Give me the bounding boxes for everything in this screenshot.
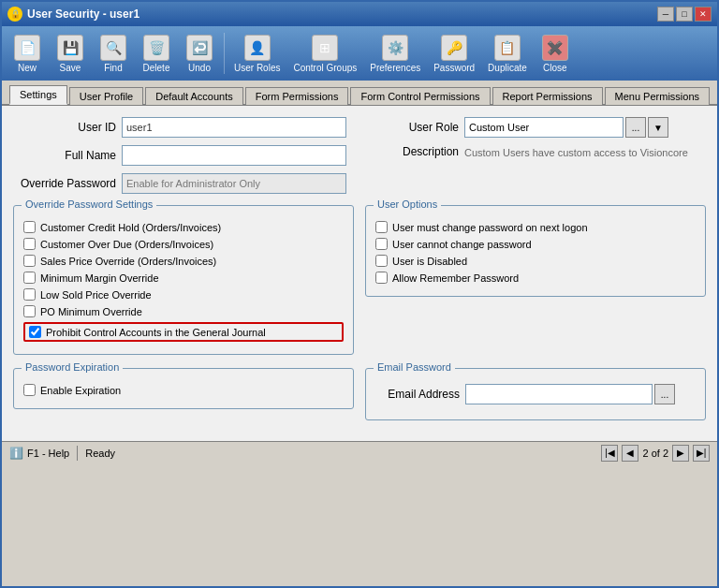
minimize-button[interactable]: ─ bbox=[657, 7, 674, 22]
user-role-row: User Role ... ▼ bbox=[384, 117, 706, 138]
prohibit-control-checkbox[interactable] bbox=[29, 326, 41, 338]
undo-button[interactable]: ↩️ Undo bbox=[179, 32, 220, 76]
min-margin-label: Minimum Margin Override bbox=[40, 272, 159, 284]
user-roles-button[interactable]: 👤 User Roles bbox=[228, 32, 286, 76]
po-minimum-label: PO Minimum Override bbox=[40, 306, 142, 317]
email-address-row: Email Address ... bbox=[375, 384, 696, 404]
user-role-dots-button[interactable]: ... bbox=[625, 117, 646, 138]
control-groups-button[interactable]: ⊞ Control Groups bbox=[287, 32, 362, 76]
checkbox-po-minimum: PO Minimum Override bbox=[23, 305, 344, 317]
user-role-label: User Role bbox=[384, 121, 459, 134]
over-due-label: Customer Over Due (Orders/Invoices) bbox=[40, 239, 213, 250]
user-options-group: User Options User must change password o… bbox=[365, 205, 706, 297]
status-text: Ready bbox=[85, 448, 115, 459]
description-row: Description Custom Users have custom acc… bbox=[384, 145, 706, 158]
checkbox-allow-remember: Allow Remember Password bbox=[375, 272, 696, 284]
find-button[interactable]: 🔍 Find bbox=[93, 32, 134, 76]
enable-expiration-checkbox[interactable] bbox=[23, 384, 36, 396]
help-key-text: F1 - Help bbox=[27, 448, 69, 459]
credit-hold-checkbox[interactable] bbox=[23, 221, 36, 233]
maximize-button[interactable]: □ bbox=[676, 7, 693, 22]
enable-expiration-label: Enable Expiration bbox=[40, 385, 121, 396]
checkbox-change-password: User must change password on next logon bbox=[375, 221, 696, 233]
close-window-button[interactable]: ✕ bbox=[695, 7, 712, 22]
low-sold-label: Low Sold Price Override bbox=[40, 289, 152, 301]
user-id-label: User ID bbox=[13, 121, 116, 134]
checkbox-prohibit-control: Prohibit Control Accounts in the General… bbox=[23, 322, 344, 342]
allow-remember-checkbox[interactable] bbox=[375, 272, 388, 284]
user-role-dropdown-button[interactable]: ▼ bbox=[648, 117, 668, 138]
password-button[interactable]: 🔑 Password bbox=[428, 32, 480, 76]
tab-default-accounts[interactable]: Default Accounts bbox=[145, 87, 243, 105]
po-minimum-checkbox[interactable] bbox=[23, 305, 36, 317]
user-role-input[interactable] bbox=[464, 117, 624, 138]
full-name-row: Full Name bbox=[13, 145, 346, 166]
checkbox-low-sold: Low Sold Price Override bbox=[23, 288, 344, 301]
preferences-icon: ⚙️ bbox=[382, 35, 408, 61]
checkbox-cannot-change: User cannot change password bbox=[375, 238, 696, 250]
help-area: ℹ️ F1 - Help bbox=[9, 447, 69, 460]
is-disabled-checkbox[interactable] bbox=[375, 255, 388, 267]
full-name-input[interactable] bbox=[122, 145, 346, 166]
description-value: Custom Users have custom access to Visio… bbox=[464, 145, 688, 158]
min-margin-checkbox[interactable] bbox=[23, 272, 36, 284]
checkbox-sales-price: Sales Price Override (Orders/Invoices) bbox=[23, 255, 344, 267]
delete-button[interactable]: 🗑️ Delete bbox=[136, 32, 177, 76]
tab-user-profile[interactable]: User Profile bbox=[69, 87, 143, 105]
duplicate-icon: 📋 bbox=[494, 35, 521, 61]
user-options-title: User Options bbox=[374, 198, 441, 210]
over-due-checkbox[interactable] bbox=[23, 238, 36, 250]
password-expiration-group: Password Expiration Enable Expiration bbox=[13, 368, 354, 409]
change-password-label: User must change password on next logon bbox=[392, 222, 588, 233]
low-sold-checkbox[interactable] bbox=[23, 288, 36, 301]
nav-last-button[interactable]: ▶| bbox=[693, 445, 710, 462]
toolbar-separator bbox=[224, 33, 225, 74]
sales-price-checkbox[interactable] bbox=[23, 255, 36, 267]
checkbox-min-margin: Minimum Margin Override bbox=[23, 272, 344, 284]
description-label: Description bbox=[384, 145, 459, 158]
new-icon: 📄 bbox=[14, 35, 40, 61]
user-roles-icon: 👤 bbox=[244, 35, 271, 61]
duplicate-button[interactable]: 📋 Duplicate bbox=[482, 32, 533, 76]
tab-form-control-permissions[interactable]: Form Control Permissions bbox=[350, 87, 490, 105]
change-password-checkbox[interactable] bbox=[375, 221, 388, 233]
cannot-change-checkbox[interactable] bbox=[375, 238, 388, 250]
tab-settings[interactable]: Settings bbox=[9, 85, 67, 105]
tab-form-permissions[interactable]: Form Permissions bbox=[245, 87, 349, 105]
checkbox-over-due: Customer Over Due (Orders/Invoices) bbox=[23, 238, 344, 250]
is-disabled-label: User is Disabled bbox=[392, 256, 467, 267]
password-icon: 🔑 bbox=[441, 35, 467, 61]
status-bar: ℹ️ F1 - Help Ready |◀ ◀ 2 of 2 ▶ ▶| bbox=[2, 441, 717, 463]
nav-next-button[interactable]: ▶ bbox=[672, 445, 689, 462]
preferences-button[interactable]: ⚙️ Preferences bbox=[364, 32, 426, 76]
nav-prev-button[interactable]: ◀ bbox=[622, 445, 638, 462]
nav-first-button[interactable]: |◀ bbox=[601, 445, 618, 462]
delete-icon: 🗑️ bbox=[143, 35, 169, 61]
app-icon: 🔒 bbox=[7, 7, 22, 22]
new-button[interactable]: 📄 New bbox=[7, 32, 48, 76]
password-expiration-title: Password Expiration bbox=[22, 361, 123, 373]
help-icon: ℹ️ bbox=[9, 447, 23, 460]
toolbar: 📄 New 💾 Save 🔍 Find 🗑️ Delete ↩️ Undo 👤 … bbox=[2, 26, 717, 81]
override-password-settings-title: Override Password Settings bbox=[22, 198, 156, 210]
title-bar: 🔒 User Security - user1 ─ □ ✕ bbox=[2, 2, 717, 26]
override-password-row: Override Password bbox=[13, 173, 346, 194]
user-id-input[interactable] bbox=[122, 117, 346, 138]
tab-menu-permissions[interactable]: Menu Permissions bbox=[605, 87, 710, 105]
close-icon: ✖️ bbox=[542, 35, 568, 61]
tab-bar: Settings User Profile Default Accounts F… bbox=[2, 81, 717, 106]
email-address-input[interactable] bbox=[465, 384, 653, 404]
tab-report-permissions[interactable]: Report Permissions bbox=[492, 87, 603, 105]
window-title: User Security - user1 bbox=[27, 7, 139, 21]
close-button[interactable]: ✖️ Close bbox=[535, 32, 576, 76]
allow-remember-label: Allow Remember Password bbox=[392, 272, 519, 284]
save-button[interactable]: 💾 Save bbox=[50, 32, 91, 76]
page-info: 2 of 2 bbox=[642, 448, 668, 459]
checkbox-enable-expiration: Enable Expiration bbox=[23, 384, 344, 396]
override-password-label: Override Password bbox=[13, 177, 116, 190]
email-address-dots-button[interactable]: ... bbox=[654, 384, 675, 404]
navigation-area: |◀ ◀ 2 of 2 ▶ ▶| bbox=[601, 445, 710, 462]
content-area: User ID Full Name Override Password User… bbox=[2, 106, 717, 441]
email-address-label: Email Address bbox=[375, 388, 460, 401]
override-password-settings-group: Override Password Settings Customer Cred… bbox=[13, 205, 354, 355]
